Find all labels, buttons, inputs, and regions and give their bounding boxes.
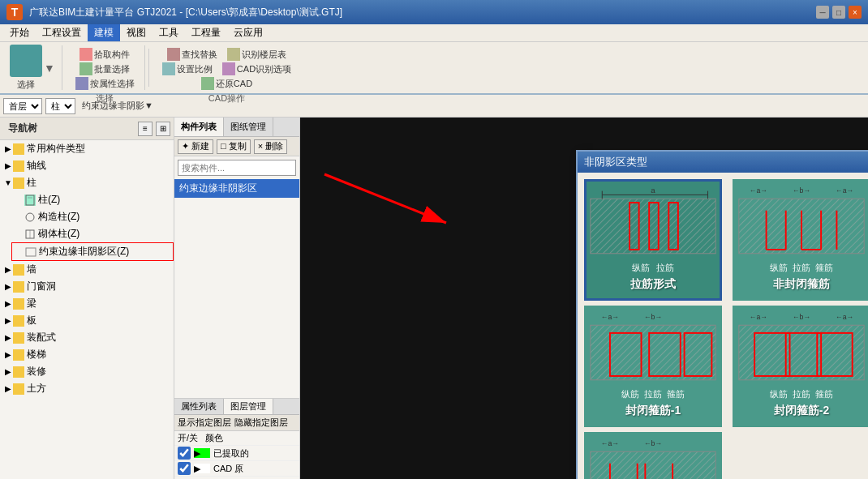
type-card-2[interactable]: ←a→ ←b→ 纵筋 拉筋 箍筋 <box>584 306 722 427</box>
tree-item-door[interactable]: ▶ 门窗洞 <box>0 278 174 295</box>
sidebar-btn2[interactable]: ⊞ <box>156 122 170 136</box>
tree-item-constraint-zone[interactable]: 约束边缘非阴影区(Z) <box>11 242 174 261</box>
card0-label: 拉筋形式 <box>630 277 676 292</box>
folder-icon-column <box>13 177 24 189</box>
menu-start[interactable]: 开始 <box>3 24 36 41</box>
grab-button[interactable]: 拾取构件 <box>76 47 133 62</box>
tree-item-earth[interactable]: ▶ 土方 <box>0 380 174 397</box>
tree-item-stair[interactable]: ▶ 楼梯 <box>0 346 174 363</box>
sidebar-toolbar: 导航树 ≡ ⊞ <box>0 118 174 140</box>
batch-select-button[interactable]: 批量选择 <box>76 62 133 76</box>
layer-row-0: ▶ 已提取的 <box>174 446 299 461</box>
toolbar: 选择 ▼ 拾取构件 批量选择 按属性选择 选择 <box>0 42 868 95</box>
identify-icon <box>227 48 240 61</box>
type-card-0[interactable]: a 纵筋 拉筋 <box>584 179 722 301</box>
type-card-3[interactable]: ←a→ ←b→ ←a→ 纵筋 拉筋 <box>733 306 868 427</box>
expand-col-z <box>15 195 24 205</box>
delete-component-button[interactable]: × 删除 <box>254 139 287 154</box>
menu-bar: 开始 工程设置 建模 视图 工具 工程量 云应用 <box>0 24 868 42</box>
tree-item-col-z[interactable]: 柱(Z) <box>11 191 174 208</box>
menu-view[interactable]: 视图 <box>120 24 153 41</box>
tree-item-slab[interactable]: ▶ 板 <box>0 312 174 329</box>
layer-header-switch: 开/关 <box>178 432 202 444</box>
toolbar-group-select: 选择 ▼ <box>3 45 62 90</box>
component-item-0[interactable]: 约束边缘非阴影区 <box>174 179 299 199</box>
modal-title-bar: 非阴影区类型 ─ □ × <box>578 152 868 173</box>
tab-component-list[interactable]: 构件列表 <box>174 118 224 136</box>
attr-select-button[interactable]: 按属性选择 <box>72 76 138 91</box>
tree-item-masonry-col[interactable]: 砌体柱(Z) <box>11 225 174 242</box>
menu-build[interactable]: 建模 <box>88 24 120 41</box>
close-button[interactable]: × <box>849 6 862 19</box>
layer-name-0: 已提取的 <box>213 447 249 460</box>
svg-text:a: a <box>651 186 655 195</box>
toolbar-group-2: 查找替换 识别楼层表 设置比例 CAD识别选项 还原CAD CAD操作 <box>153 45 301 90</box>
tab-properties[interactable]: 属性列表 <box>174 399 224 414</box>
expand-assembly: ▶ <box>3 333 13 343</box>
minimize-button[interactable]: ─ <box>816 6 829 19</box>
file-icon-construct <box>24 212 36 223</box>
type-card-4[interactable]: ←a→ ←b→ 纵筋 拉筋 箍筋 U形箍筋-1 <box>584 432 722 479</box>
expand-stair: ▶ <box>3 350 13 360</box>
sidebar-btn1[interactable]: ≡ <box>138 122 153 136</box>
select-label[interactable]: 选择 <box>17 79 35 91</box>
folder-icon-slab <box>13 315 24 327</box>
app-icon: T <box>6 4 23 20</box>
tab-drawing-management[interactable]: 图纸管理 <box>224 118 273 136</box>
find-replace-button[interactable]: 查找替换 <box>164 47 221 62</box>
show-layer-btn[interactable]: 显示指定图层 <box>178 417 231 429</box>
type-card-canvas-0: a <box>587 182 720 271</box>
tree-item-column[interactable]: ▼ 柱 <box>0 174 174 191</box>
menu-project-settings[interactable]: 工程设置 <box>36 24 88 41</box>
tree-item-decoration[interactable]: ▶ 装修 <box>0 363 174 380</box>
tree-item-construct-col[interactable]: 构造柱(Z) <box>11 208 174 225</box>
copy-component-button[interactable]: □ 复制 <box>217 139 251 154</box>
layer-check-1[interactable] <box>178 462 191 475</box>
tree-item-wall[interactable]: ▶ 墙 <box>0 261 174 278</box>
tree-item-axis[interactable]: ▶ 轴线 <box>0 157 174 174</box>
identify-floor-button[interactable]: 识别楼层表 <box>224 47 290 62</box>
cad-options-button[interactable]: CAD识别选项 <box>219 62 294 76</box>
svg-text:←a→: ←a→ <box>836 313 853 321</box>
svg-text:←a→: ←a→ <box>601 439 619 447</box>
layer-header-color: 颜色 <box>205 432 223 444</box>
expand-door: ▶ <box>3 282 13 292</box>
layer-color-1: ▶ <box>194 464 210 473</box>
find-icon <box>167 48 180 61</box>
filter-label[interactable]: 约束边缘非阴影▼ <box>79 100 157 112</box>
floor-select[interactable]: 首层 <box>3 98 42 114</box>
set-scale-button[interactable]: 设置比例 <box>159 62 216 76</box>
tree-item-common[interactable]: ▶ 常用构件类型 <box>0 140 174 157</box>
file-icon-masonry <box>24 229 36 240</box>
folder-icon-beam <box>13 298 24 310</box>
tab-layers[interactable]: 图层管理 <box>224 399 273 414</box>
layer-check-0[interactable] <box>178 447 191 460</box>
search-input[interactable] <box>178 160 296 176</box>
type-card-canvas-1: ←a→ ←b→ ←a→ <box>735 182 868 271</box>
menu-cloud[interactable]: 云应用 <box>227 24 269 41</box>
folder-icon-door <box>13 281 24 293</box>
component-select[interactable]: 柱 <box>45 98 75 114</box>
svg-text:←a→: ←a→ <box>750 313 767 321</box>
new-component-button[interactable]: ✦ 新建 <box>178 139 213 154</box>
modal-title: 非阴影区类型 <box>584 155 868 169</box>
expand-constraint <box>15 247 25 257</box>
card2-label: 封闭箍筋-1 <box>625 404 681 418</box>
nav-tree: ▶ 常用构件类型 ▶ 轴线 ▼ 柱 柱(Z) <box>0 140 174 479</box>
component-panel-toolbar: ✦ 新建 □ 复制 × 删除 <box>174 137 299 156</box>
svg-point-2 <box>26 213 34 221</box>
expand-masonry <box>15 229 24 239</box>
maximize-button[interactable]: □ <box>832 6 845 19</box>
menu-engineering[interactable]: 工程量 <box>185 24 227 41</box>
tree-item-assembly[interactable]: ▶ 装配式 <box>0 329 174 346</box>
menu-tools[interactable]: 工具 <box>153 24 185 41</box>
bottom-toolbar: 显示指定图层 隐藏指定图层 <box>174 415 299 431</box>
group2-label: CAD操作 <box>208 91 245 105</box>
tree-item-beam[interactable]: ▶ 梁 <box>0 295 174 312</box>
type-card-1[interactable]: ←a→ ←b→ ←a→ <box>733 179 868 301</box>
hide-layer-btn[interactable]: 隐藏指定图层 <box>234 417 288 429</box>
expand-slab: ▶ <box>3 316 13 326</box>
restore-cad-button[interactable]: 还原CAD <box>198 76 256 91</box>
nav-label: 导航树 <box>3 118 42 139</box>
bottom-tabs: 属性列表 图层管理 <box>174 399 299 415</box>
